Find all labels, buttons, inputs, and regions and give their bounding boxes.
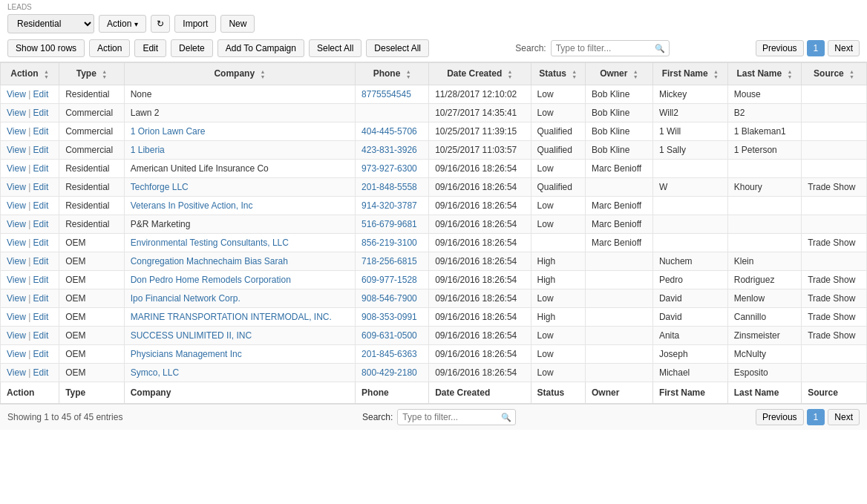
edit-link[interactable]: Edit: [33, 182, 49, 192]
view-link[interactable]: View: [7, 200, 26, 211]
phone-link[interactable]: 973-927-6300: [361, 163, 417, 174]
view-link[interactable]: View: [7, 330, 26, 341]
view-link[interactable]: View: [7, 293, 26, 304]
cell-date: 09/16/2016 18:26:54: [429, 363, 531, 382]
import-button[interactable]: Import: [174, 15, 216, 33]
edit-link[interactable]: Edit: [33, 349, 49, 359]
view-link[interactable]: View: [7, 145, 26, 155]
phone-link[interactable]: 8775554545: [361, 89, 411, 99]
edit-link[interactable]: Edit: [33, 89, 49, 99]
next-button-bottom[interactable]: Next: [828, 409, 860, 425]
phone-link[interactable]: 201-848-5558: [361, 182, 417, 192]
phone-link[interactable]: 914-320-3787: [361, 200, 417, 211]
phone-link[interactable]: 800-429-2180: [361, 367, 417, 378]
cell-phone: 201-848-5558: [356, 177, 429, 196]
show-rows-button[interactable]: Show 100 rows: [7, 39, 85, 57]
edit-link[interactable]: Edit: [33, 126, 49, 137]
edit-link[interactable]: Edit: [33, 145, 49, 155]
col-source[interactable]: Source ▲▼: [802, 63, 867, 85]
previous-button-bottom[interactable]: Previous: [756, 409, 804, 425]
company-link[interactable]: 1 Orion Lawn Care: [131, 126, 206, 137]
previous-button-top[interactable]: Previous: [756, 40, 804, 56]
cell-first-name: W: [652, 177, 727, 196]
deselect-all-button[interactable]: Deselect All: [366, 39, 429, 57]
edit-link[interactable]: Edit: [33, 238, 49, 248]
sort-status: ▲▼: [572, 69, 577, 79]
col-status[interactable]: Status ▲▼: [531, 63, 585, 85]
action-separator: |: [26, 89, 33, 99]
company-link[interactable]: Environmental Testing Consultants, LLC: [131, 238, 289, 248]
col-first-name[interactable]: First Name ▲▼: [652, 63, 727, 85]
phone-link[interactable]: 423-831-3926: [361, 145, 417, 155]
company-link[interactable]: Physicians Management Inc: [131, 349, 242, 359]
edit-link[interactable]: Edit: [33, 293, 49, 304]
edit-link[interactable]: Edit: [33, 312, 49, 322]
phone-link[interactable]: 908-546-7900: [361, 293, 417, 304]
action-button-toolbar[interactable]: Action: [89, 39, 130, 57]
company-link[interactable]: MARINE TRANSPORTATION INTERMODAL, INC.: [131, 312, 332, 322]
cell-phone: 908-546-7900: [356, 289, 429, 307]
phone-link[interactable]: 609-631-0500: [361, 330, 417, 341]
phone-link[interactable]: 856-219-3100: [361, 238, 417, 248]
view-link[interactable]: View: [7, 238, 26, 248]
phone-link[interactable]: 609-977-1528: [361, 275, 417, 285]
new-button[interactable]: New: [220, 15, 255, 33]
col-action[interactable]: Action ▲▼: [1, 63, 59, 85]
company-link[interactable]: SUCCESS UNLIMITED II, INC: [131, 330, 252, 341]
page-1-button-top[interactable]: 1: [807, 40, 825, 56]
company-link[interactable]: Ipo Financial Network Corp.: [131, 293, 241, 304]
refresh-button[interactable]: ↻: [151, 15, 170, 33]
cell-date: 09/16/2016 18:26:54: [429, 289, 531, 307]
leads-type-dropdown[interactable]: Residential Commercial OEM: [7, 14, 94, 33]
search-input-top[interactable]: [551, 40, 670, 56]
phone-link[interactable]: 718-256-6815: [361, 256, 417, 266]
col-last-name[interactable]: Last Name ▲▼: [727, 63, 801, 85]
phone-link[interactable]: 201-845-6363: [361, 349, 417, 359]
cell-owner: Bob Kline: [585, 140, 652, 159]
view-link[interactable]: View: [7, 108, 26, 118]
company-link[interactable]: Symco, LLC: [131, 367, 179, 378]
col-owner[interactable]: Owner ▲▼: [585, 63, 652, 85]
view-link[interactable]: View: [7, 219, 26, 229]
company-link[interactable]: 1 Liberia: [131, 145, 165, 155]
col-type[interactable]: Type ▲▼: [59, 63, 125, 85]
search-input-bottom[interactable]: [397, 409, 516, 425]
cell-owner: Bob Kline: [585, 85, 652, 103]
phone-link[interactable]: 516-679-9681: [361, 219, 417, 229]
view-link[interactable]: View: [7, 182, 26, 192]
view-link[interactable]: View: [7, 89, 26, 99]
edit-link[interactable]: Edit: [33, 367, 49, 378]
phone-link[interactable]: 908-353-0991: [361, 312, 417, 322]
edit-link[interactable]: Edit: [33, 163, 49, 174]
action-button-top[interactable]: Action: [99, 15, 146, 33]
view-link[interactable]: View: [7, 275, 26, 285]
phone-link[interactable]: 404-445-5706: [361, 126, 417, 137]
edit-link[interactable]: Edit: [33, 256, 49, 266]
edit-link[interactable]: Edit: [33, 330, 49, 341]
col-company[interactable]: Company ▲▼: [124, 63, 355, 85]
view-link[interactable]: View: [7, 126, 26, 137]
company-link[interactable]: Veterans In Positive Action, Inc: [131, 200, 253, 211]
action-separator: |: [26, 200, 33, 211]
delete-button[interactable]: Delete: [171, 39, 213, 57]
view-link[interactable]: View: [7, 349, 26, 359]
page-1-button-bottom[interactable]: 1: [807, 409, 825, 425]
company-link[interactable]: Don Pedro Home Remodels Corporation: [131, 275, 291, 285]
company-link[interactable]: Congregation Machnechaim Bias Sarah: [131, 256, 288, 266]
cell-phone: 201-845-6363: [356, 344, 429, 363]
view-link[interactable]: View: [7, 312, 26, 322]
view-link[interactable]: View: [7, 163, 26, 174]
edit-link[interactable]: Edit: [33, 275, 49, 285]
col-phone[interactable]: Phone ▲▼: [356, 63, 429, 85]
add-to-campaign-button[interactable]: Add To Campaign: [217, 39, 304, 57]
view-link[interactable]: View: [7, 367, 26, 378]
company-link[interactable]: Techforge LLC: [131, 182, 189, 192]
edit-link[interactable]: Edit: [33, 108, 49, 118]
edit-link[interactable]: Edit: [33, 219, 49, 229]
edit-button[interactable]: Edit: [134, 39, 166, 57]
next-button-top[interactable]: Next: [828, 40, 860, 56]
col-date-created[interactable]: Date Created ▲▼: [429, 63, 531, 85]
select-all-button[interactable]: Select All: [309, 39, 361, 57]
view-link[interactable]: View: [7, 256, 26, 266]
edit-link[interactable]: Edit: [33, 200, 49, 211]
